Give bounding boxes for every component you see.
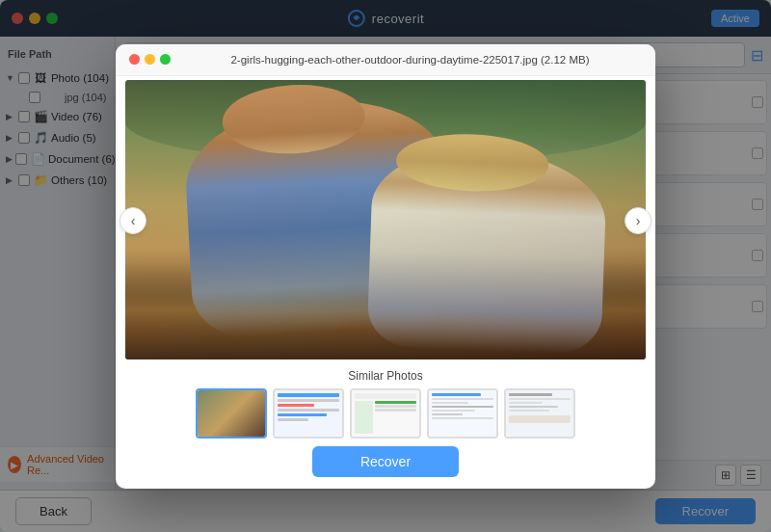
similar-thumb-image-2 [275,390,342,437]
similar-thumbs-row [129,388,642,439]
modal-image-area: ‹ [116,76,655,365]
similar-thumb-image-3 [352,390,419,437]
similar-thumb-5[interactable] [504,388,575,439]
similar-thumb-2[interactable] [273,388,344,439]
similar-thumb-1[interactable] [196,388,267,439]
modal-filename: 2-girls-hugging-each-other-outdoor-durin… [178,54,642,66]
modal-titlebar: 2-girls-hugging-each-other-outdoor-durin… [116,44,655,76]
modal-overlay[interactable]: 2-girls-hugging-each-other-outdoor-durin… [0,0,771,532]
next-image-button[interactable]: › [625,207,651,234]
preview-modal: 2-girls-hugging-each-other-outdoor-durin… [116,44,655,489]
main-preview-image [125,80,646,359]
photo-overlay [125,80,646,359]
similar-thumb-image-1 [198,390,265,437]
similar-section: Similar Photos [116,365,655,446]
similar-thumb-3[interactable] [350,388,421,439]
prev-image-button[interactable]: ‹ [120,207,146,234]
modal-close-button[interactable] [129,54,140,65]
similar-thumb-image-4 [429,390,496,437]
modal-recover-button[interactable]: Recover [312,446,459,477]
similar-thumb-image-5 [506,390,573,437]
similar-thumb-4[interactable] [427,388,498,439]
modal-minimize-button[interactable] [145,54,155,65]
similar-label: Similar Photos [129,369,642,383]
modal-traffic-lights [129,54,171,65]
photo-background [125,80,646,359]
modal-maximize-button[interactable] [160,54,171,65]
